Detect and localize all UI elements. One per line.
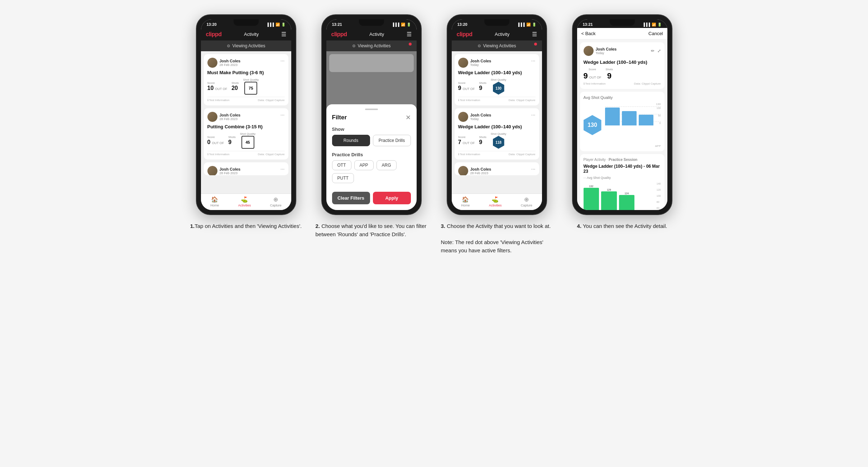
- stat-shots-1-2: Shots 9: [228, 135, 235, 146]
- session-bar-3-4: [619, 195, 635, 210]
- drill-tags: OTT APP ARG PUTT: [332, 160, 411, 183]
- apply-button[interactable]: Apply: [373, 192, 411, 204]
- user-detail-card-4: Josh Coles Today ✏ ⤢ Wedge Ladder (100–1…: [580, 42, 665, 89]
- avatar-1-1: [207, 58, 217, 68]
- logo-3: clippd: [457, 31, 473, 38]
- clear-filters-button[interactable]: Clear Filters: [332, 192, 370, 204]
- quality-value-1-2: 45: [245, 140, 250, 144]
- phone-frame-2: 13:21 ▐▐▐ 📶 🔋 clippd Activity ☰ ⚙: [321, 14, 422, 215]
- activity-card-3-2[interactable]: Josh Coles Today ··· Wedge Ladder (100–1…: [455, 108, 539, 159]
- more-dots-1-3[interactable]: ···: [280, 166, 285, 172]
- activities-label-1: Activities: [238, 204, 251, 207]
- drill-tag-ott[interactable]: OTT: [332, 160, 351, 170]
- status-time-4: 13:21: [583, 22, 593, 27]
- stat-score-3-2: Score 7 OUT OF: [458, 135, 475, 146]
- out-of-3-1: OUT OF: [462, 87, 475, 91]
- quality-label-1-2: Shot Quality: [240, 132, 256, 135]
- signal-icon-2: ▐▐▐: [392, 23, 399, 27]
- more-dots-3-3[interactable]: ···: [531, 166, 536, 172]
- signal-icon-3: ▐▐▐: [517, 23, 524, 27]
- more-dots-3-2[interactable]: ···: [531, 112, 536, 118]
- user-info-1-3: Josh Coles 28 Feb 2023: [207, 166, 241, 175]
- avatar-3-3: [458, 166, 468, 175]
- hamburger-icon-2[interactable]: ☰: [407, 31, 412, 38]
- drill-tag-arg[interactable]: ARG: [377, 160, 397, 170]
- practice-label: Practice Drills: [379, 138, 405, 143]
- battery-icon-3: 🔋: [532, 23, 536, 27]
- phone-inner-3: 13:20 ▐▐▐ 📶 🔋 clippd Activity ☰ ⚙: [452, 19, 542, 210]
- cancel-button-4[interactable]: Cancel: [648, 31, 663, 36]
- detail-info-4: ℹ Test Information: [584, 82, 606, 85]
- activity-card-1-3[interactable]: Josh Coles 28 Feb 2023 ···: [204, 162, 288, 175]
- activity-card-3-1[interactable]: Josh Coles Today ··· Wedge Ladder (100–1…: [455, 54, 539, 105]
- filter-close-icon[interactable]: ✕: [406, 114, 411, 121]
- activity-title-3-1: Wedge Ladder (100–140 yds): [458, 70, 536, 75]
- bottom-nav-capture-1[interactable]: ⊕ Capture: [270, 196, 282, 207]
- nav-bar-3: clippd Activity ☰: [452, 28, 542, 40]
- score-label-4: Score: [589, 68, 596, 71]
- detail-shots-col-4: Shots 9: [606, 68, 613, 81]
- stat-shots-3-2: Shots 9: [479, 135, 486, 146]
- viewing-bar-3[interactable]: ⚙ Viewing Activities: [452, 40, 542, 51]
- more-dots-1-2[interactable]: ···: [280, 112, 285, 118]
- viewing-bar-1[interactable]: ⚙ Viewing Activities: [201, 40, 291, 51]
- bottom-nav-activities-1[interactable]: ⛳ Activities: [238, 196, 251, 207]
- signal-icon-4: ▐▐▐: [642, 23, 650, 27]
- phone-content-1: Josh Coles 28 Feb 2023 ··· Must Make Put…: [201, 51, 291, 194]
- settings-icon-1: ⚙: [227, 44, 230, 48]
- stat-quality-1-2: Shot Quality 45: [240, 132, 256, 149]
- quality-label-1-1: Shot Quality: [243, 78, 259, 81]
- card-header-3-2: Josh Coles Today ···: [458, 112, 536, 122]
- bottom-nav-activities-3[interactable]: ⛳ Activities: [489, 196, 502, 207]
- logo-2: clippd: [331, 31, 347, 38]
- stats-row-3-2: Score 7 OUT OF Shots 9: [458, 132, 536, 149]
- bottom-nav-home-3[interactable]: 🏠 Home: [461, 196, 470, 207]
- status-icons-4: ▐▐▐ 📶 🔋: [642, 23, 661, 27]
- hamburger-icon-1[interactable]: ☰: [281, 31, 286, 38]
- card-header-1-1: Josh Coles 28 Feb 2023 ···: [207, 58, 285, 68]
- detail-stats-row-4: Score 9 OUT OF Shots 9: [584, 68, 661, 81]
- out-of-1-2: OUT OF: [212, 141, 224, 145]
- expand-icon-4[interactable]: ⤢: [657, 48, 661, 53]
- bottom-nav-1: 🏠 Home ⛳ Activities ⊕ Capture: [201, 194, 291, 210]
- score-value-row-3-1: 9 OUT OF: [458, 85, 475, 91]
- edit-icon-4[interactable]: ✏: [651, 48, 654, 53]
- bottom-nav-home-1[interactable]: 🏠 Home: [210, 196, 219, 207]
- viewing-bar-text-2: Viewing Activities: [358, 43, 391, 48]
- nav-title-1: Activity: [244, 32, 259, 37]
- back-button-4[interactable]: < Back: [581, 31, 596, 36]
- footer-data-3-1: Data: Clippd Capture: [509, 99, 536, 102]
- nav-title-3: Activity: [495, 32, 509, 37]
- stat-quality-3-1: Shot Quality 130: [491, 78, 507, 95]
- wifi-icon-2: 📶: [401, 23, 405, 27]
- detail-content-4: Josh Coles Today ✏ ⤢ Wedge Ladder (100–1…: [577, 39, 667, 210]
- bottom-nav-capture-3[interactable]: ⊕ Capture: [521, 196, 532, 207]
- filter-tab-rounds[interactable]: Rounds: [332, 135, 370, 146]
- bar-2-4: [622, 111, 637, 125]
- user-meta-1-3: Josh Coles 28 Feb 2023: [220, 167, 241, 175]
- bar-1-4: [605, 108, 620, 125]
- viewing-bar-2[interactable]: ⚙ Viewing Activities: [326, 40, 417, 51]
- capture-icon-3: ⊕: [524, 196, 529, 203]
- avatar-3-2: [458, 112, 468, 122]
- activity-card-3-3[interactable]: Josh Coles 28 Feb 2023 ···: [455, 162, 539, 175]
- user-date-3-3: 28 Feb 2023: [470, 171, 491, 175]
- score-value-row-1-2: 0 OUT OF: [207, 139, 224, 146]
- phone-inner-2: 13:21 ▐▐▐ 📶 🔋 clippd Activity ☰ ⚙: [326, 19, 417, 210]
- user-name-1-3: Josh Coles: [220, 167, 241, 171]
- avg-quality-title-4: Avg Shot Quality: [584, 95, 661, 100]
- filter-tab-practice[interactable]: Practice Drills: [373, 135, 411, 146]
- hamburger-icon-3[interactable]: ☰: [532, 31, 537, 38]
- user-info-1-2: Josh Coles 28 Feb 2023: [207, 112, 241, 122]
- more-dots-3-1[interactable]: ···: [531, 58, 536, 63]
- activity-card-1-1[interactable]: Josh Coles 28 Feb 2023 ··· Must Make Put…: [204, 54, 288, 105]
- out-of-1-1: OUT OF: [215, 87, 227, 91]
- drill-tag-putt[interactable]: PUTT: [332, 173, 354, 183]
- activity-card-1-2[interactable]: Josh Coles 28 Feb 2023 ··· Putting Combi…: [204, 108, 288, 159]
- user-info-4: Josh Coles Today: [584, 46, 617, 56]
- detail-score-col-4: Score 9 OUT OF: [584, 68, 601, 81]
- footer-data-3-2: Data: Clippd Capture: [509, 153, 536, 156]
- more-dots-1-1[interactable]: ···: [280, 58, 285, 63]
- drill-tag-app[interactable]: APP: [354, 160, 374, 170]
- user-name-3-3: Josh Coles: [470, 167, 491, 171]
